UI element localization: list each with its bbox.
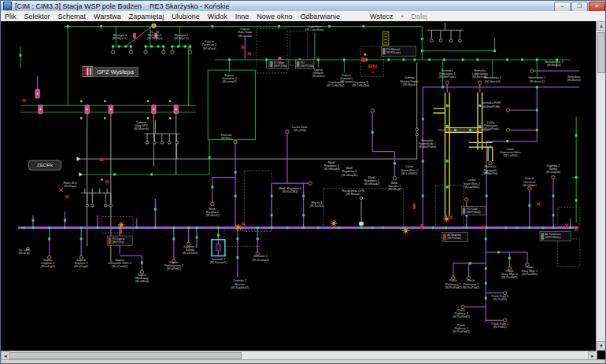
connector-node[interactable] <box>211 186 213 188</box>
connector-node[interactable] <box>278 25 280 28</box>
connector-node[interactable] <box>465 226 467 229</box>
connector-node[interactable] <box>236 256 238 259</box>
vertical-scroll-thumb[interactable] <box>597 32 605 73</box>
feeder-end[interactable] <box>503 291 507 295</box>
connector-node[interactable] <box>187 226 190 229</box>
connector-node[interactable] <box>32 226 35 229</box>
connector-node[interactable] <box>302 195 305 197</box>
feeder-end[interactable] <box>478 81 482 85</box>
cpn-switch[interactable] <box>359 222 364 226</box>
connector-node[interactable] <box>363 25 365 28</box>
connector-node[interactable] <box>528 204 530 207</box>
menu-back[interactable]: Wstecz <box>366 13 397 20</box>
menu-item-odbarwianie[interactable]: Odbarwianie <box>296 13 344 20</box>
connector-node[interactable] <box>497 251 500 253</box>
connector-node[interactable] <box>446 105 449 107</box>
connector-node[interactable] <box>515 226 518 229</box>
boxed-label[interactable]: PO kapcie(W-POcz) <box>107 236 132 245</box>
x-mark[interactable] <box>60 189 63 192</box>
feeder-end[interactable] <box>503 318 507 322</box>
feeder-end[interactable] <box>445 81 449 85</box>
feeder-end[interactable] <box>286 130 290 134</box>
menu-item-selektor[interactable]: Selektor <box>20 13 54 20</box>
connector-node[interactable] <box>504 226 507 229</box>
connector-node[interactable] <box>172 45 174 47</box>
menu-item-warstwa[interactable]: Warstwa <box>90 13 125 20</box>
x-mark[interactable] <box>248 52 251 55</box>
sun-icon[interactable] <box>118 222 125 229</box>
connector-node[interactable] <box>184 45 187 47</box>
connector-node[interactable] <box>469 262 471 264</box>
breaker[interactable] <box>85 105 90 113</box>
feeder-end[interactable] <box>171 50 175 54</box>
vertical-scrollbar[interactable]: ▲ ▼ <box>596 21 605 351</box>
sun-icon[interactable] <box>443 215 450 222</box>
feeder-end[interactable] <box>530 69 534 73</box>
connector-node[interactable] <box>343 58 345 61</box>
feeder-end[interactable] <box>552 175 556 179</box>
connector-node[interactable] <box>485 237 487 240</box>
connector-node[interactable] <box>485 282 487 285</box>
connector-node[interactable] <box>150 173 153 175</box>
connector-node[interactable] <box>394 162 396 164</box>
connector-node[interactable] <box>552 214 555 216</box>
feeder-end[interactable] <box>111 50 115 54</box>
breaker[interactable] <box>35 90 40 98</box>
menu-item-zapamiętaj[interactable]: Zapamiętaj <box>125 13 168 20</box>
feeder-end[interactable] <box>393 176 397 180</box>
connector-node[interactable] <box>536 58 538 61</box>
sun-fault-icons[interactable] <box>118 215 450 234</box>
connector-node[interactable] <box>80 226 83 229</box>
connector-node[interactable] <box>552 195 555 197</box>
x-mark[interactable] <box>242 222 245 226</box>
connector-node[interactable] <box>493 50 496 52</box>
menu-item-ulubione[interactable]: Ulubione <box>168 13 204 20</box>
connector-node[interactable] <box>490 145 492 148</box>
sun-icon[interactable] <box>331 220 338 227</box>
connector-node[interactable] <box>196 226 198 229</box>
connector-node[interactable] <box>157 45 160 47</box>
connector-node[interactable] <box>211 25 213 28</box>
feeder-end[interactable] <box>161 50 165 54</box>
connector-node[interactable] <box>235 195 237 197</box>
connector-node[interactable] <box>552 226 555 229</box>
connector-node[interactable] <box>446 125 449 127</box>
feeder-end[interactable] <box>371 109 375 113</box>
connector-node[interactable] <box>67 25 69 28</box>
zeork-button[interactable]: ZEORk <box>28 160 61 170</box>
connector-node[interactable] <box>257 237 259 240</box>
connector-node[interactable] <box>196 236 198 238</box>
boxed-label[interactable]: PO Młyn(W-PO24a) <box>268 60 288 68</box>
connector-node[interactable] <box>271 214 273 216</box>
feeder-end[interactable] <box>528 187 532 191</box>
connector-node[interactable] <box>302 214 305 216</box>
x-mark[interactable] <box>65 195 68 198</box>
connector-node[interactable] <box>486 226 488 229</box>
boxed-label[interactable]: PO(W-PO24b) <box>295 60 314 68</box>
connector-node[interactable] <box>422 195 424 197</box>
connector-node[interactable] <box>177 45 179 47</box>
connector-node[interactable] <box>135 226 138 229</box>
connector-node[interactable] <box>371 131 374 134</box>
connector-node[interactable] <box>402 58 405 61</box>
connector-node[interactable] <box>528 226 530 229</box>
feeder-end[interactable] <box>461 305 465 309</box>
connector-node[interactable] <box>150 45 153 47</box>
menu-item-inne[interactable]: Inne <box>231 13 253 20</box>
connector-node[interactable] <box>442 86 444 88</box>
connector-node[interactable] <box>508 257 511 259</box>
connector-node[interactable] <box>257 226 259 229</box>
menu-item-nowe-okno[interactable]: Nowe okno <box>253 13 296 20</box>
connector-node[interactable] <box>271 226 273 229</box>
scroll-up-button[interactable]: ▲ <box>597 21 606 31</box>
connector-node[interactable] <box>446 160 449 162</box>
boxed-label[interactable]: A1 Kozienice(W-PCElektr) <box>540 231 571 241</box>
network-diagram[interactable]: GPZ Wystepa ZEORk RN zał Wystą <box>1 21 597 351</box>
connector-node[interactable] <box>506 140 508 142</box>
connector-node[interactable] <box>100 25 102 28</box>
connector-node[interactable] <box>382 226 384 229</box>
breaker[interactable] <box>152 105 157 113</box>
feeder-end[interactable] <box>489 162 493 166</box>
connector-node[interactable] <box>236 237 238 240</box>
connector-node[interactable] <box>124 45 127 47</box>
